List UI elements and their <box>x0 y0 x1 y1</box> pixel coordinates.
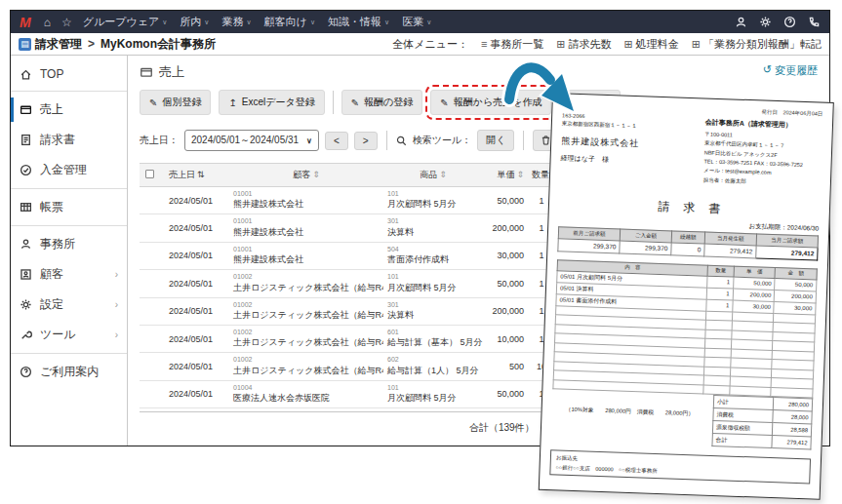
search-open-button[interactable]: 開く <box>477 130 514 151</box>
sort-icon[interactable]: ⇕ <box>516 170 524 179</box>
column-header-商品[interactable]: 商品⇕ <box>383 164 483 187</box>
page-title: 売上 <box>159 63 184 81</box>
invoice-detail-table: 内 容数量単 価金 額 05/01 月次顧問料 5月分150,00050,000… <box>552 259 817 399</box>
sales-table-footer: 合計（139件） 11 <box>140 411 566 444</box>
global-menu-item-3[interactable]: ⊞「業務分類別報酬」転記 <box>692 37 822 52</box>
toolbar-button-2[interactable]: ✎報酬の登録 <box>341 90 423 115</box>
sidebar-item-顧客[interactable]: 顧客› <box>11 259 127 290</box>
user-icon[interactable] <box>735 16 747 28</box>
sale-date-cell: 2024/05/01 <box>159 353 229 380</box>
customer-cell: 01001熊井建設株式会社 <box>229 242 383 269</box>
customer-cell: 01002土井ロジスティック株式会社（給与R4~） <box>229 325 383 352</box>
customer-cell: 01001熊井建設株式会社 <box>229 214 383 242</box>
star-icon[interactable]: ☆ <box>61 16 72 29</box>
sidebar-item-入金管理[interactable]: 入金管理 <box>11 155 127 185</box>
divider <box>523 131 524 150</box>
chevron-down-icon: ∨ <box>310 19 315 26</box>
row-checkbox-cell <box>140 270 159 297</box>
sidebar-item-TOP[interactable]: TOP <box>11 60 127 88</box>
sidebar-item-事務所[interactable]: 事務所 <box>11 229 127 259</box>
breadcrumb-app[interactable]: 請求管理 <box>35 36 82 53</box>
item-cell: 504書面添付作成料 <box>383 242 483 269</box>
unit-price-cell: 50,000 <box>483 187 528 214</box>
unit-price-cell: 50,000 <box>483 270 528 297</box>
topbar-right-icons <box>735 16 821 28</box>
sidebar-group: TOP <box>11 58 127 88</box>
sidebar-item-設定[interactable]: 設定› <box>11 290 127 320</box>
invoice-tax-note: （10%対象 280,000円 消費税 28,000円） <box>551 390 714 447</box>
chevron-right-icon: › <box>115 299 118 310</box>
invoice-preview: 発行日 2024年06月04日 163-2066 東京都新宿区西新宿１－１－１ … <box>539 93 834 500</box>
select-all-cell <box>140 164 159 187</box>
sidebar-item-売上[interactable]: 売上 <box>11 95 127 125</box>
detail-header: 数量 <box>707 265 734 277</box>
change-history-link[interactable]: ↺ 変更履歴 <box>763 63 818 78</box>
sales-icon <box>140 65 153 79</box>
toolbar-divider <box>333 91 334 114</box>
customer-cell: 01002土井ロジスティック株式会社（給与R4~） <box>229 297 383 325</box>
item-cell: 101月次顧問料 5月分 <box>383 270 483 297</box>
table-icon <box>20 201 32 213</box>
divider <box>386 131 387 150</box>
unit-price-cell: 200,000 <box>483 297 528 325</box>
sidebar-group: 売上請求書入金管理 <box>11 91 127 185</box>
top-navigation-bar: M ⌂ ☆ グループウェア∨所内∨業務∨顧客向け∨知識・情報∨医業∨ <box>11 11 829 33</box>
phone-icon[interactable] <box>808 16 821 28</box>
sidebar-item-請求書[interactable]: 請求書 <box>11 125 127 155</box>
sidebar-item-ツール[interactable]: ツール› <box>11 320 127 350</box>
row-checkbox-cell <box>140 187 159 214</box>
upload-icon: ↥ <box>228 97 236 108</box>
toolbar-button-1[interactable]: ↥Excelデータ登録 <box>219 90 324 115</box>
pencil-icon: ✎ <box>440 97 448 108</box>
breadcrumb-office[interactable]: MyKomon会計事務所 <box>100 36 216 53</box>
topbar-menu-1[interactable]: 所内∨ <box>180 15 209 29</box>
breadcrumb-bar: ▤ 請求管理 > MyKomon会計事務所 全体メニュー： ≡事務所一覧⊞請求先… <box>11 33 829 56</box>
chevron-right-icon: › <box>115 330 118 340</box>
select-all-checkbox[interactable] <box>145 170 154 178</box>
topbar-menu-5[interactable]: 医業∨ <box>402 15 431 29</box>
column-header-売上日[interactable]: 売上日⇅ <box>159 164 229 187</box>
unit-price-cell: 10,000 <box>483 325 528 352</box>
help-icon[interactable] <box>783 16 796 28</box>
sidebar-item-ご利用案内[interactable]: ご利用案内 <box>11 357 127 387</box>
sort-icon[interactable]: ⇕ <box>439 170 447 179</box>
topbar-menu-0[interactable]: グループウェア∨ <box>83 15 168 29</box>
customer-cell: 01002土井ロジスティック株式会社（給与R4~） <box>229 270 383 297</box>
topbar-menu-3[interactable]: 顧客向け∨ <box>264 15 315 29</box>
item-cell: 101月次顧問料 5月分 <box>383 380 483 407</box>
global-menu: 全体メニュー： ≡事務所一覧⊞請求先数⊞処理料金⊞「業務分類別報酬」転記 <box>392 37 822 52</box>
recipient-person: 経理はな子 様 <box>560 153 703 168</box>
topbar-menu-4[interactable]: 知識・情報∨ <box>328 15 389 29</box>
topbar-menu-2[interactable]: 業務∨ <box>221 15 251 29</box>
sidebar-item-帳票[interactable]: 帳票 <box>11 192 127 222</box>
column-header-顧客[interactable]: 顧客⇕ <box>229 164 383 187</box>
customer-cell: 01004医療法人速水会赤坂医院 <box>229 380 383 407</box>
date-range-select[interactable]: 2024/05/01～2024/05/31∨ <box>184 130 319 151</box>
sidebar-group: 帳票 <box>11 188 127 222</box>
summary-value: 279,412 <box>704 244 757 258</box>
column-header-単価[interactable]: 単価⇕ <box>483 164 528 187</box>
row-checkbox-cell <box>140 380 159 407</box>
select-caret-icon: ∨ <box>306 136 312 145</box>
brand-logo[interactable]: M <box>20 15 31 30</box>
next-period-button[interactable]: > <box>354 132 378 150</box>
sort-icon[interactable]: ⇕ <box>312 170 320 179</box>
invoice-header: 163-2066 東京都新宿区西新宿１－１－１ 熊井建設株式会社 経理はな子 様… <box>560 111 822 188</box>
sale-date-cell: 2024/05/01 <box>159 270 229 297</box>
gear-icon[interactable] <box>759 16 772 28</box>
person-icon <box>20 238 32 251</box>
global-menu-item-2[interactable]: ⊞処理料金 <box>624 37 679 52</box>
item-cell: 301決算料 <box>383 297 483 325</box>
sort-icon[interactable]: ⇅ <box>197 170 205 179</box>
home-icon[interactable]: ⌂ <box>44 16 51 29</box>
pencil-icon: ✎ <box>149 97 157 108</box>
summary-value: 299,370 <box>558 239 620 253</box>
prev-period-button[interactable]: < <box>325 132 348 150</box>
toolbar-button-0[interactable]: ✎個別登録 <box>140 90 211 115</box>
gear-icon <box>20 298 32 311</box>
invoice-totals-table: 小計280,000消費税28,000源泉徴収税額28,588合計279,412 <box>711 395 813 450</box>
sender-lines: 〒100-0011東京都千代田区内幸町１－１－７NBF日比谷ビル アネックス2F… <box>703 130 822 188</box>
history-icon: ↺ <box>763 63 772 78</box>
invoice-sender: 会計事務所A（請求管理用） 〒100-0011東京都千代田区内幸町１－１－７NB… <box>703 116 823 188</box>
total-row-合計: 合計279,412 <box>712 434 811 450</box>
